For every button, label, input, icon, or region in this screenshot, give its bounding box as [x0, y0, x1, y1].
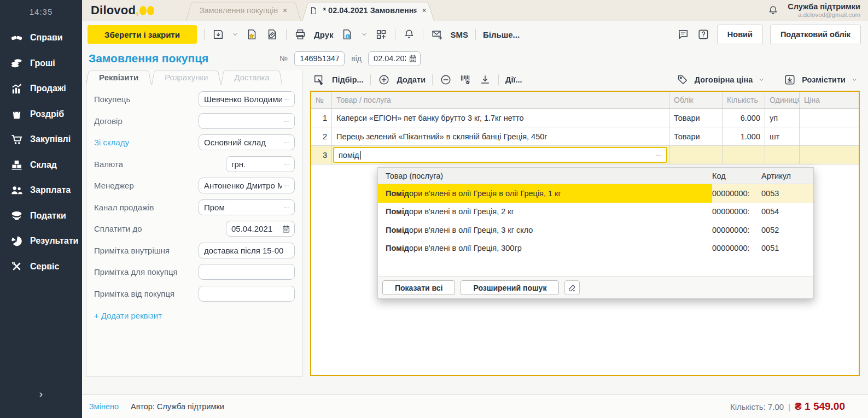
internal-note-input[interactable]	[199, 243, 294, 258]
page-title: Замовлення покупця	[89, 52, 208, 65]
print-button[interactable]: Друк	[314, 30, 334, 39]
dropdown-item[interactable]: Помідори в'ялені в олії Греція, 3 кг скл…	[378, 221, 813, 239]
close-tab-icon[interactable]: ×	[422, 6, 426, 15]
picker-ellipsis-icon[interactable]: ...	[283, 180, 294, 191]
sidebar-item-zarplata[interactable]: Зарплата	[0, 178, 82, 203]
document-number-input[interactable]	[294, 51, 345, 66]
price-type-chevron-icon[interactable]	[758, 76, 765, 83]
product-search-input[interactable]: помід ...	[333, 147, 667, 163]
sidebar-item-zakupivli[interactable]: Закупівлі	[0, 127, 82, 152]
save-menu-chevron-icon[interactable]	[232, 31, 238, 38]
manager-input[interactable]	[199, 178, 283, 193]
notifications-bell-icon[interactable]	[767, 5, 779, 16]
sidebar-item-hroshi[interactable]: Гроші	[0, 51, 82, 76]
more-button[interactable]: Більше...	[483, 30, 520, 39]
table-row[interactable]: 1 Каперси «ЕГІОН» пет банку брутто 3 кг,…	[311, 109, 859, 127]
sidebar-item-podatky[interactable]: Податки	[0, 203, 82, 229]
place-document-button[interactable]: Розмістити	[802, 75, 846, 84]
calendar-icon[interactable]	[409, 54, 417, 63]
sidebar-item-sklad[interactable]: Склад	[0, 152, 82, 178]
calendar-icon[interactable]	[281, 225, 294, 233]
table-row[interactable]: 2 Перець зелений «Пікантний» в скляній б…	[311, 127, 859, 146]
place-menu-chevron-icon[interactable]	[851, 76, 858, 83]
sidebar-item-rozdrib[interactable]: Роздріб	[0, 102, 82, 127]
product-autocomplete-dropdown: Товар (послуга) Код Артикул Помідори в'я…	[377, 167, 814, 299]
col-header-unit: Одиниця	[765, 92, 800, 108]
people-icon	[10, 184, 23, 197]
dropdown-item[interactable]: Помідори в'ялені в олії Греція, 2 кг 000…	[378, 203, 813, 221]
attach-document-icon[interactable]	[266, 28, 279, 41]
help-icon[interactable]	[697, 28, 710, 41]
warehouse-label-link[interactable]: Зі складу	[94, 138, 129, 147]
tab-dostavka[interactable]: Доставка	[221, 69, 282, 85]
picker-ellipsis-icon[interactable]: ...	[656, 149, 662, 161]
field-note-from-buyer: Примітка від покупця	[86, 283, 302, 305]
actions-button[interactable]: Дії...	[505, 75, 522, 84]
pick-items-button[interactable]: Підбір...	[332, 75, 364, 84]
window-tab-current-order[interactable]: * 02.04.2021 Замовлення 146951 ×	[302, 0, 434, 21]
new-document-button[interactable]: Новий	[717, 25, 763, 44]
dilovod-logo[interactable]: Dilovod,	[91, 3, 154, 17]
col-header-price: Ціна	[800, 92, 858, 108]
info-menu-chevron-icon[interactable]	[361, 31, 368, 38]
add-row-icon[interactable]	[377, 73, 391, 86]
dropdown-item[interactable]: Помідори в'ялені в олії Греція, 300гр 00…	[378, 239, 813, 258]
picker-ellipsis-icon[interactable]: ...	[283, 158, 294, 170]
favorite-document-icon[interactable]	[246, 28, 259, 41]
note-for-buyer-input[interactable]	[199, 264, 294, 279]
add-widget-icon[interactable]	[375, 28, 388, 41]
sales-channel-input[interactable]	[199, 200, 283, 215]
save-icon[interactable]	[212, 28, 225, 41]
pie-chart-icon	[10, 235, 23, 248]
picker-ellipsis-icon[interactable]: ...	[283, 202, 294, 213]
barcode-icon[interactable]	[459, 73, 472, 86]
show-all-button[interactable]: Показати всі	[382, 280, 455, 295]
close-tab-icon[interactable]: ×	[283, 6, 287, 15]
note-from-buyer-input[interactable]	[199, 286, 294, 301]
tax-cap-icon	[10, 209, 23, 222]
window-tab-orders-list[interactable]: Замовлення покупців ×	[186, 0, 301, 21]
tab-rozrakhunky[interactable]: Розрахунки	[152, 69, 221, 85]
advanced-search-button[interactable]: Розширений пошук	[461, 280, 559, 295]
col-header-product: Товар / послуга	[332, 92, 669, 108]
tab-rekvizyty[interactable]: Реквізити	[86, 69, 152, 85]
print-icon[interactable]	[294, 28, 307, 41]
dropdown-item-selected[interactable]: Помідори в'ялені в олії Греція в олії Гр…	[378, 184, 813, 203]
warehouse-input[interactable]	[199, 135, 283, 150]
pay-until-input[interactable]	[226, 221, 281, 236]
add-requisite-link[interactable]: + Додати реквізит	[86, 304, 302, 320]
sidebar-item-rezultaty[interactable]: Результати	[0, 228, 82, 254]
changed-status-link[interactable]: Змінено	[89, 402, 119, 411]
tax-accounting-button[interactable]: Податковий облік	[770, 25, 861, 44]
save-and-close-button[interactable]: Зберегти і закрити	[88, 25, 197, 44]
buyer-input[interactable]	[199, 92, 283, 107]
price-type-selector[interactable]: Договірна ціна	[695, 75, 753, 84]
currency-input[interactable]	[226, 157, 283, 172]
requisites-panel: Реквізити Розрахунки Доставка Покупець .…	[86, 70, 302, 377]
reminder-bell-icon[interactable]	[403, 28, 416, 41]
app-window: 14:35 Справи Гроші Продажі Роздріб Закуп…	[0, 0, 868, 418]
sidebar-item-prodazhi[interactable]: Продажі	[0, 76, 82, 102]
contract-input[interactable]	[199, 114, 283, 128]
add-row-button[interactable]: Додати	[397, 75, 426, 84]
sidebar-item-spravy[interactable]: Справи	[0, 25, 82, 51]
sidebar-item-servis[interactable]: Сервіс	[0, 254, 82, 280]
price-tag-icon[interactable]	[676, 73, 689, 86]
import-rows-icon[interactable]	[479, 73, 492, 86]
create-item-button[interactable]	[564, 280, 580, 295]
comment-icon[interactable]	[677, 28, 690, 41]
pick-items-icon[interactable]	[312, 73, 325, 86]
picker-ellipsis-icon[interactable]: ...	[283, 93, 294, 105]
picker-ellipsis-icon[interactable]: ...	[283, 137, 294, 148]
table-row-editing[interactable]: 3 помід ...	[311, 146, 859, 164]
picker-ellipsis-icon[interactable]: ...	[283, 115, 294, 127]
remove-row-icon[interactable]	[439, 73, 452, 86]
sms-icon[interactable]	[430, 28, 444, 41]
field-buyer: Покупець ...	[86, 89, 302, 110]
place-document-icon[interactable]	[783, 73, 796, 86]
field-internal-note: Примітка внутрішня	[86, 240, 302, 262]
user-account[interactable]: Служба підтримки a.delovod@gmail.com	[788, 2, 860, 19]
sms-button[interactable]: SMS	[451, 30, 469, 39]
info-document-icon[interactable]	[341, 28, 354, 41]
sidebar-collapse-toggle[interactable]: ›	[0, 388, 82, 400]
